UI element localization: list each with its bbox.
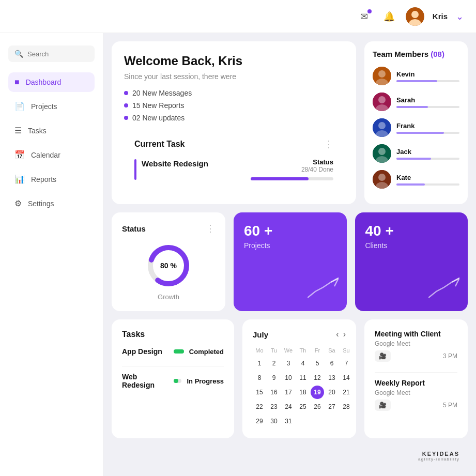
sidebar-item-tasks[interactable]: ☰ Tasks (8, 120, 95, 141)
member-avatar (373, 170, 391, 189)
member-bar-bg (396, 106, 459, 108)
status-card: Status ⋮ 80 % Growth (112, 212, 225, 311)
user-avatar[interactable] (406, 7, 424, 26)
cal-day[interactable]: 7 (340, 357, 353, 370)
cal-day[interactable]: 29 (253, 414, 266, 428)
sidebar-item-reports[interactable]: 📊 Reports (8, 169, 95, 189)
reports-icon: 📊 (14, 174, 25, 184)
cal-day[interactable]: 27 (325, 400, 339, 413)
member-bar-fill (396, 80, 437, 82)
member-row: Kate (373, 170, 459, 189)
cal-day[interactable]: 6 (325, 357, 339, 370)
task-status-text: In Progress (187, 377, 224, 385)
sidebar-item-settings[interactable]: ⚙ Settings (8, 193, 95, 213)
tasks-card: Tasks App Design Completed WebRedesign (112, 319, 234, 438)
dashboard-icon: ■ (14, 78, 20, 87)
main-layout: 🔍 ■ Dashboard 📄 Projects ☰ Tasks 📅 Calen… (0, 33, 476, 476)
projects-trend-arrow (308, 277, 339, 303)
cal-day-header: Tu (267, 345, 281, 356)
projects-label: Projects (244, 241, 336, 250)
task-menu-dots[interactable]: ⋮ (324, 139, 333, 150)
cal-day[interactable]: 17 (282, 386, 295, 399)
cal-day-header: Mo (253, 345, 266, 356)
video-icon: 🎥 (375, 350, 391, 362)
cal-day[interactable]: 10 (282, 371, 295, 385)
cal-day[interactable]: 3 (282, 357, 295, 370)
member-row: Sarah (373, 93, 459, 111)
cal-day[interactable]: 14 (340, 371, 353, 385)
welcome-subtitle: Since your last session, there were (124, 72, 344, 81)
calendar-today[interactable]: 19 (311, 386, 324, 399)
cal-day[interactable]: 31 (282, 414, 295, 428)
sidebar-item-label: Tasks (28, 127, 47, 135)
top-navigation: ✉ 🔔 Kris ⌄ (0, 0, 476, 33)
calendar-next-btn[interactable]: › (343, 330, 346, 339)
cal-day[interactable]: 2 (267, 357, 281, 370)
cal-day[interactable]: 22 (253, 400, 266, 413)
task-item-name: WebRedesign (122, 373, 168, 389)
cal-day[interactable]: 28 (340, 400, 353, 413)
growth-label: Growth (122, 293, 215, 301)
search-input[interactable] (27, 50, 88, 58)
cal-day[interactable]: 20 (325, 386, 339, 399)
team-count: (08) (431, 50, 444, 58)
sidebar-item-label: Reports (31, 175, 56, 183)
cal-day[interactable]: 21 (340, 386, 353, 399)
sidebar-item-dashboard[interactable]: ■ Dashboard (8, 72, 95, 92)
cal-day[interactable]: 8 (253, 371, 266, 385)
calendar-prev-btn[interactable]: ‹ (336, 330, 339, 339)
cal-day[interactable]: 1 (253, 357, 266, 370)
cal-day[interactable]: 24 (282, 400, 295, 413)
settings-icon: ⚙ (14, 198, 22, 208)
cal-day[interactable]: 23 (267, 400, 281, 413)
user-name-label: Kris (433, 12, 448, 21)
projects-number: 60 + (244, 223, 336, 239)
cal-day[interactable]: 5 (311, 357, 324, 370)
brand-name: KEYIDEAS (120, 451, 459, 457)
cal-day[interactable]: 26 (311, 400, 324, 413)
cal-day[interactable]: 18 (296, 386, 310, 399)
member-name: Kate (396, 174, 459, 181)
cal-day[interactable]: 16 (267, 386, 281, 399)
member-row: Jack (373, 144, 459, 163)
cal-day-header: Sa (325, 345, 339, 356)
calendar-month: July (253, 330, 268, 339)
status-card-title: Status (122, 224, 146, 233)
sidebar-item-projects[interactable]: 📄 Projects (8, 96, 95, 116)
sidebar-item-calendar[interactable]: 📅 Calendar (8, 145, 95, 165)
member-info: Kate (396, 174, 459, 186)
cal-day[interactable]: 4 (296, 357, 310, 370)
notifications-icon[interactable]: 🔔 (381, 8, 397, 25)
cal-day[interactable]: 30 (267, 414, 281, 428)
member-info: Kevin (396, 70, 459, 82)
meeting-platform: Google Meet (375, 340, 457, 347)
cal-day[interactable]: 9 (267, 371, 281, 385)
task-progress-bg (251, 177, 333, 180)
user-menu-chevron[interactable]: ⌄ (456, 11, 464, 22)
cal-day[interactable]: 13 (325, 371, 339, 385)
cal-day[interactable]: 11 (296, 371, 310, 385)
member-bar-fill (396, 106, 428, 108)
member-name: Kevin (396, 70, 459, 78)
member-bar-fill (396, 183, 425, 186)
welcome-item-text: 20 New Messages (132, 89, 192, 97)
status-menu-dots[interactable]: ⋮ (206, 223, 215, 234)
task-item-app-design: App Design Completed (122, 347, 224, 356)
team-members-list: Kevin Sarah Fr (373, 67, 459, 189)
member-bar-bg (396, 80, 459, 82)
dot-icon (124, 116, 128, 120)
team-header: Team Members (08) (373, 50, 459, 58)
cal-day[interactable]: 25 (296, 400, 310, 413)
projects-stat-card: 60 + Projects (234, 212, 347, 311)
dot-icon (124, 91, 128, 95)
task-progress-fill (174, 349, 184, 354)
task-done-count: 28/40 Done (251, 166, 333, 173)
clients-label: Clients (365, 241, 458, 250)
task-item-row: WebRedesign In Progress (122, 373, 224, 389)
member-bar-bg (396, 183, 459, 186)
messages-icon[interactable]: ✉ (356, 8, 373, 25)
cal-day[interactable]: 15 (253, 386, 266, 399)
cal-day[interactable]: 12 (311, 371, 324, 385)
message-badge (367, 9, 372, 13)
cal-day-header: We (282, 345, 295, 356)
